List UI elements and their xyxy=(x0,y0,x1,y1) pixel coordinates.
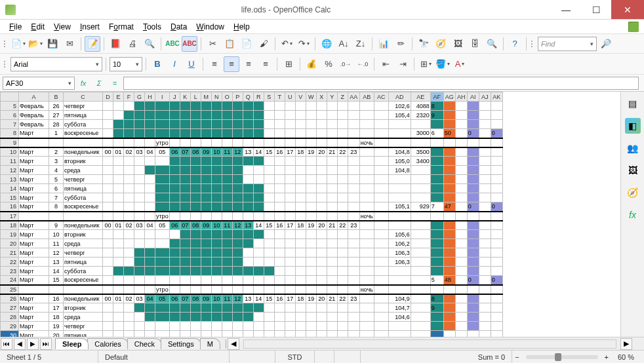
cell-S25[interactable] xyxy=(264,285,274,294)
cell-AF18[interactable] xyxy=(430,221,443,230)
cell-AA13[interactable] xyxy=(348,175,359,184)
cell-Y25[interactable] xyxy=(327,285,337,294)
cell-AE11[interactable]: 3400 xyxy=(411,157,430,166)
cell-AH29[interactable] xyxy=(455,322,467,331)
cell-E10[interactable]: 01 xyxy=(113,147,124,157)
cell-AD13[interactable] xyxy=(388,175,411,184)
cell-AK29[interactable] xyxy=(491,322,502,331)
cell-N23[interactable] xyxy=(211,267,222,276)
horizontal-scrollbar[interactable] xyxy=(243,339,616,349)
row-header-29[interactable]: 29 xyxy=(1,322,19,331)
cell-V6[interactable] xyxy=(295,111,306,120)
cell-S9[interactable] xyxy=(264,138,274,147)
cell-Y29[interactable] xyxy=(327,322,337,331)
cell-AB21[interactable] xyxy=(359,248,374,258)
cell-V15[interactable] xyxy=(295,193,306,202)
cell-M21[interactable] xyxy=(201,248,211,258)
cell-Y12[interactable] xyxy=(327,166,337,175)
cell-Q9[interactable] xyxy=(243,138,253,147)
cell-W16[interactable] xyxy=(306,202,316,212)
cell-AJ20[interactable] xyxy=(479,239,491,248)
cell-L8[interactable] xyxy=(190,129,201,138)
cell-AA16[interactable] xyxy=(348,202,359,212)
cell-AD11[interactable]: 105,0 xyxy=(388,157,411,166)
cell-AE23[interactable] xyxy=(411,267,430,276)
fontcolor-button[interactable]: A xyxy=(452,56,468,72)
cell-U30[interactable] xyxy=(285,331,295,337)
cell-U26[interactable]: 17 xyxy=(285,294,295,303)
cell-J18[interactable]: 06 xyxy=(169,221,180,230)
cell-O13[interactable] xyxy=(222,175,232,184)
cell-AD19[interactable]: 105,6 xyxy=(388,230,411,239)
row-header-13[interactable]: 13 xyxy=(1,175,19,184)
cell-Z11[interactable] xyxy=(337,157,348,166)
cell-AJ15[interactable] xyxy=(479,193,491,202)
cell-Y20[interactable] xyxy=(327,239,337,248)
cell-L14[interactable] xyxy=(190,184,201,193)
cell-G27[interactable] xyxy=(134,303,145,313)
cell-AA20[interactable] xyxy=(348,239,359,248)
cell-G8[interactable] xyxy=(134,129,145,138)
cell-AC13[interactable] xyxy=(374,175,388,184)
cell-Q25[interactable] xyxy=(243,285,253,294)
cell-E18[interactable]: 01 xyxy=(113,221,124,230)
cell-Q20[interactable] xyxy=(243,239,253,248)
cell-H24[interactable] xyxy=(145,276,155,285)
cell-AC9[interactable] xyxy=(374,138,388,147)
cell-O5[interactable] xyxy=(222,102,232,111)
cell-O21[interactable] xyxy=(222,248,232,258)
cell-U14[interactable] xyxy=(285,184,295,193)
cell-R10[interactable]: 14 xyxy=(253,147,264,157)
col-header-W[interactable]: W xyxy=(306,92,316,102)
borders-button[interactable]: ⊞ xyxy=(418,56,433,72)
align-center-button[interactable]: ≡ xyxy=(224,56,239,72)
decrease-indent-button[interactable]: ⇤ xyxy=(378,56,393,72)
cell-A18[interactable]: Март xyxy=(19,221,49,230)
cell-L5[interactable] xyxy=(190,102,201,111)
cell-A7[interactable]: Февраль xyxy=(19,120,49,129)
bgcolor-button[interactable]: 🪣 xyxy=(435,56,451,72)
cell-F9[interactable] xyxy=(124,138,134,147)
sheet-tab-calories[interactable]: Calories xyxy=(87,338,128,349)
cell-E13[interactable] xyxy=(113,175,124,184)
cell-S13[interactable] xyxy=(264,175,274,184)
cell-AA11[interactable] xyxy=(348,157,359,166)
cell-O26[interactable]: 11 xyxy=(222,294,232,303)
cell-I7[interactable] xyxy=(155,120,170,129)
cell-B6[interactable]: 27 xyxy=(49,111,64,120)
cell-D10[interactable]: 00 xyxy=(103,147,113,157)
cell-J21[interactable] xyxy=(169,248,180,258)
close-button[interactable]: ✕ xyxy=(611,0,644,19)
cell-I22[interactable] xyxy=(155,258,170,267)
cell-AD27[interactable]: 104,7 xyxy=(388,303,411,313)
col-header-AJ[interactable]: AJ xyxy=(479,92,491,102)
cell-R18[interactable]: 14 xyxy=(253,221,264,230)
cell-AF28[interactable] xyxy=(430,313,443,322)
cell-P5[interactable] xyxy=(232,102,243,111)
col-header-M[interactable]: M xyxy=(201,92,211,102)
col-header-AK[interactable]: AK xyxy=(491,92,502,102)
chart-button[interactable]: 📊 xyxy=(376,36,392,52)
cell-F13[interactable] xyxy=(124,175,134,184)
cell-V26[interactable]: 18 xyxy=(295,294,306,303)
cell-D9[interactable] xyxy=(103,138,113,147)
cell-W26[interactable]: 19 xyxy=(306,294,316,303)
cell-S24[interactable] xyxy=(264,276,274,285)
cell-AC16[interactable] xyxy=(374,202,388,212)
cell-AG24[interactable]: 48 xyxy=(443,276,455,285)
row-header-22[interactable]: 22 xyxy=(1,258,19,267)
cell-AG18[interactable] xyxy=(443,221,455,230)
cell-C19[interactable]: вторник xyxy=(64,230,103,239)
col-header-L[interactable]: L xyxy=(190,92,201,102)
tab-last-button[interactable]: ⏭ xyxy=(40,338,52,350)
cell-AH26[interactable] xyxy=(455,294,467,303)
cell-Q29[interactable] xyxy=(243,322,253,331)
cell-AD22[interactable]: 106,3 xyxy=(388,258,411,267)
cell-I27[interactable] xyxy=(155,303,170,313)
cell-H6[interactable] xyxy=(145,111,155,120)
cell-AB10[interactable] xyxy=(359,147,374,157)
cell-AA10[interactable]: 23 xyxy=(348,147,359,157)
cell-T29[interactable] xyxy=(274,322,285,331)
cell-P11[interactable] xyxy=(232,157,243,166)
cell-AC17[interactable] xyxy=(374,212,388,221)
